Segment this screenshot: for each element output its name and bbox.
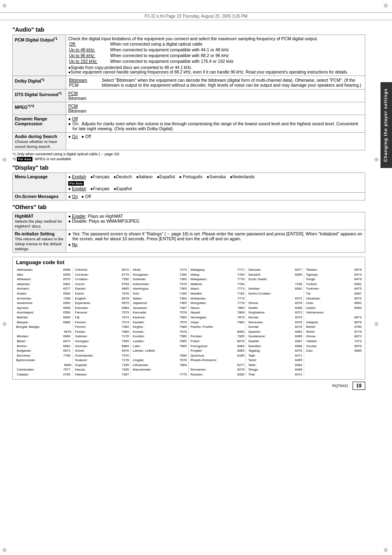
side-mark-right2: ⊕ <box>374 320 379 327</box>
highmat-row: HighMAT Selects the play method for High… <box>13 212 365 230</box>
corner-mark-br: ⊕ <box>383 546 390 553</box>
dynamic-range-content: ● Off ● On: Adjusts for clarity even whe… <box>66 115 365 133</box>
side-mark-right: ⊕ <box>374 156 379 163</box>
reinitialize-row: Re-initialize Setting This returns all v… <box>13 230 365 253</box>
on-screen-label: On-Screen Messages <box>13 193 66 200</box>
dts-content: PCM Bitstream <box>66 90 365 102</box>
dts-label: DTS Digital Surround*1 <box>13 90 66 102</box>
rqt-number: RQT8431 <box>332 384 348 388</box>
file-info: P2-32 e.fm Page 19 Thursday, August 25, … <box>0 12 392 20</box>
mpeg-content: PCM Bitstream <box>66 102 365 115</box>
lang-col-6: Tibetan:6679 Tigrinya:8473 Tonga:8479 Tu… <box>305 267 362 377</box>
mpeg-label: MPEG*1*2 <box>13 102 66 115</box>
others-tab-section: "Others" tab HighMAT Selects the play me… <box>12 204 365 253</box>
reinitialize-label: Re-initialize Setting This returns all v… <box>13 230 66 253</box>
page-container: ⊕ ⊕ ⊕ ⊕ ⊕ ⊕ ⊕ ⊕ Changing the player sett… <box>0 0 392 555</box>
pcm-content: Check the digital input limitations of t… <box>66 35 365 76</box>
corner-mark-tl: ⊕ <box>2 2 9 9</box>
others-tab-title: "Others" tab <box>12 204 365 210</box>
side-label: Changing the player settings <box>380 82 392 168</box>
side-mark-left2: ⊕ <box>2 320 7 327</box>
menu-language-row: Menu Language ● English ●Français ●Deuts… <box>13 173 365 193</box>
dolby-row: Dolby Digital*1 Bitstream PCM Select "Bi… <box>13 76 365 90</box>
highmat-content: ● Enable: Plays as HighMAT ● Disable: Pl… <box>66 212 365 230</box>
main-content: "Audio" tab PCM Digital Output*1 Check t… <box>12 26 378 390</box>
menu-language-label: Menu Language <box>13 173 66 193</box>
dynamic-range-row: Dynamic Range Compression ● Off ● On: Ad… <box>13 115 365 133</box>
dolby-label: Dolby Digital*1 <box>13 76 66 90</box>
page-number: 19 <box>353 382 365 390</box>
language-code-section: Language code list Abkhazian:6566 Afar:6… <box>12 257 365 380</box>
audio-settings-table: PCM Digital Output*1 Check the digital i… <box>12 35 365 150</box>
on-screen-content: ● On ● Off <box>66 193 365 200</box>
corner-mark-tr: ⊕ <box>383 2 390 9</box>
display-settings-table: Menu Language ● English ●Français ●Deuts… <box>12 173 365 200</box>
lang-col-1: Abkhazian:6566 Afar:6565 Afrikaans:6570 … <box>16 267 73 377</box>
footnote-2: *2 For Asia MPEG is not available. <box>12 157 365 161</box>
others-settings-table: HighMAT Selects the play method for High… <box>12 212 365 253</box>
language-grid: Abkhazian:6566 Afar:6565 Afrikaans:6570 … <box>16 267 362 377</box>
audio-search-row: Audio during Search Choose whether to ha… <box>13 133 365 150</box>
audio-tab-title: "Audio" tab <box>12 26 365 33</box>
lang-col-5: Samoan:8377 Sanskrit:8365 Scots Gaelic: … <box>247 267 304 377</box>
reinitialize-content: ● Yes: The password screen is shown if "… <box>66 230 365 253</box>
dts-row: DTS Digital Surround*1 PCM Bitstream <box>13 90 365 102</box>
on-screen-row: On-Screen Messages ● On ● Off <box>13 193 365 200</box>
display-tab-title: "Display" tab <box>12 164 365 171</box>
menu-language-content: ● English ●Français ●Deutsch ●Italiano ●… <box>66 173 365 193</box>
corner-mark-bl: ⊕ <box>2 546 9 553</box>
lang-col-4: Malagasy:7771 Malay:7783 Malayalam:7776 … <box>189 267 247 377</box>
side-mark-left: ⊕ <box>2 156 7 163</box>
dolby-content: Bitstream PCM Select "Bitstream" when th… <box>66 76 365 90</box>
pcm-label: PCM Digital Output*1 <box>13 35 66 76</box>
bottom-info: RQT8431 19 <box>12 382 365 390</box>
lang-col-3: Hindi:7273 Hungarian:7285 Icelandic:7383… <box>131 267 189 377</box>
display-tab-section: "Display" tab Menu Language ● English ●F… <box>12 164 365 200</box>
pcm-row: PCM Digital Output*1 Check the digital i… <box>13 35 365 76</box>
language-code-title: Language code list <box>16 259 362 265</box>
lang-col-2: Chinese:9072 Corsican:6779 Croatian:7282… <box>74 267 131 377</box>
audio-search-content: ● On ● Off <box>66 133 365 150</box>
footnote-1: *1 Only when connected using a digital o… <box>12 152 365 156</box>
audio-tab-section: "Audio" tab PCM Digital Output*1 Check t… <box>12 26 365 161</box>
highmat-label: HighMAT Selects the play method for High… <box>13 212 66 230</box>
mpeg-row: MPEG*1*2 PCM Bitstream <box>13 102 365 115</box>
audio-search-label: Audio during Search Choose whether to ha… <box>13 133 66 150</box>
dynamic-range-label: Dynamic Range Compression <box>13 115 66 133</box>
